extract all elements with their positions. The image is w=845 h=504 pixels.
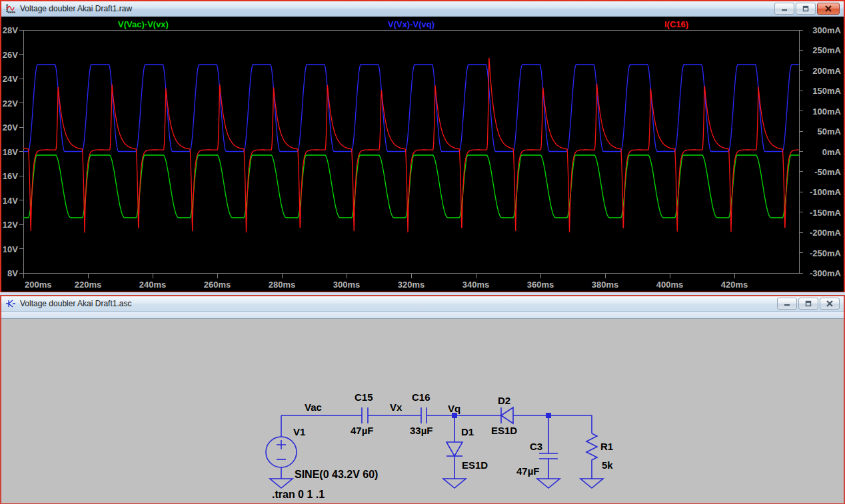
x-tick-label: 220ms (75, 280, 101, 290)
diode-d1[interactable] (446, 442, 462, 456)
y-left-tick-label: 12V (3, 220, 18, 230)
label-c3-value: 47µF (516, 465, 540, 477)
window-title: Voltage doubler Akai Draft1.asc (20, 299, 131, 308)
restore-icon (802, 5, 810, 12)
x-tick-label: 240ms (139, 280, 166, 290)
schematic-titlebar[interactable]: Voltage doubler Akai Draft1.asc (1, 296, 844, 312)
schematic-window: Voltage doubler Akai Draft1.asc VacV1SIN… (0, 295, 845, 504)
minimize-button[interactable] (774, 3, 794, 15)
close-button[interactable] (820, 298, 840, 310)
legend-label: V(Vac)-V(vx) (118, 19, 169, 29)
minimize-icon (780, 5, 788, 12)
y-left-tick-label: 18V (3, 147, 18, 157)
y-right-tick-label: 0mA (822, 147, 842, 157)
minimize-icon (783, 300, 791, 307)
close-icon (826, 300, 834, 307)
schematic-body: VacV1SINE(0 43.2V 60).tran 0 1 .1C1547µF… (1, 319, 844, 503)
label-d2-value: ES1D (491, 425, 517, 436)
ground-v1[interactable] (270, 479, 293, 488)
v1-plus-sign (277, 440, 286, 449)
y-right-tick-label: -200mA (810, 228, 842, 238)
label-v1-value: SINE(0 43.2V 60) (295, 469, 378, 480)
x-tick-label: 360ms (527, 280, 554, 290)
y-right-tick-label: 100mA (812, 107, 841, 117)
y-right-tick-label: 150mA (812, 86, 841, 96)
restore-button[interactable] (796, 3, 816, 15)
x-tick-label: 420ms (721, 280, 748, 290)
y-right-tick-label: 250mA (812, 45, 841, 55)
x-tick-label: 200ms (25, 280, 51, 290)
desktop: { "windows": { "plot": { "title": "Volta… (0, 0, 845, 504)
ground-r1[interactable] (580, 479, 603, 488)
y-right-tick-label: 200mA (812, 66, 841, 76)
y-right-tick-label: -300mA (810, 268, 842, 278)
y-left-tick-label: 16V (3, 171, 18, 181)
waveform-titlebar[interactable]: Voltage doubler Akai Draft1.raw (1, 1, 844, 17)
legend-label: I(C16) (664, 19, 688, 29)
label-d1-name: D1 (461, 426, 474, 437)
ground-c3[interactable] (537, 479, 560, 488)
label-c15-name: C15 (355, 391, 373, 403)
trace-i-c16 (23, 58, 799, 233)
ground-d1[interactable] (443, 479, 466, 488)
schematic-icon (5, 298, 16, 309)
restore-button[interactable] (798, 298, 818, 310)
label-r1-value: 5k (602, 459, 613, 471)
y-left-tick-label: 20V (3, 123, 18, 132)
label-d1-value: ES1D (462, 459, 488, 471)
close-button[interactable] (817, 3, 840, 15)
capacitor-c16[interactable] (421, 407, 426, 423)
y-right-tick-label: -250mA (810, 248, 842, 258)
y-left-tick-label: 24V (3, 74, 18, 84)
x-tick-label: 320ms (398, 280, 424, 290)
x-tick-label: 400ms (656, 280, 683, 290)
y-left-tick-label: 26V (3, 50, 18, 60)
x-tick-label: 340ms (462, 280, 489, 290)
x-tick-label: 380ms (592, 280, 618, 290)
y-left-tick-label: 8V (7, 268, 18, 278)
capacitor-c15[interactable] (362, 407, 368, 423)
diode-d2[interactable] (501, 407, 513, 423)
resistor-r1[interactable] (586, 433, 597, 463)
y-left-tick-label: 22V (3, 99, 18, 109)
legend-label: V(Vx)-V(vq) (388, 19, 434, 29)
y-right-tick-label: -100mA (810, 187, 842, 197)
restore-icon (804, 300, 812, 307)
y-left-tick-label: 14V (3, 196, 18, 206)
x-tick-label: 280ms (269, 280, 295, 290)
net-label-vq: Vq (448, 403, 460, 414)
wire-to-r1[interactable] (548, 415, 592, 433)
y-left-tick-label: 28V (3, 25, 18, 35)
waveform-window: Voltage doubler Akai Draft1.raw V(Vac)-V… (0, 0, 845, 292)
schematic-frame-strip (1, 312, 844, 319)
label-c15-value: 47µF (351, 425, 374, 436)
plot-border (23, 30, 799, 273)
label-d2-name: D2 (498, 395, 510, 406)
net-label-vac: Vac (305, 401, 322, 413)
y-right-tick-label: 50mA (818, 126, 842, 136)
close-icon (824, 5, 832, 12)
capacitor-c3[interactable] (539, 453, 558, 459)
label-v1-name: V1 (293, 426, 305, 437)
label-r1-name: R1 (600, 441, 613, 452)
spice-directive: .tran 0 1 .1 (272, 489, 325, 500)
y-right-tick-label: -150mA (810, 208, 842, 218)
label-c16-name: C16 (412, 391, 430, 403)
label-c16-value: 33µF (410, 425, 433, 436)
x-tick-label: 260ms (204, 280, 231, 290)
x-tick-label: 300ms (333, 280, 360, 290)
waveform-chart-icon (5, 3, 16, 14)
net-label-vx: Vx (390, 401, 403, 413)
trace-v-vx-vq (23, 65, 799, 152)
plot-body: V(Vac)-V(vx)V(Vx)-V(vq)I(C16)28V26V24V22… (1, 17, 844, 292)
y-right-tick-label: 300mA (812, 25, 841, 35)
window-title: Voltage doubler Akai Draft1.raw (20, 4, 132, 13)
y-left-tick-label: 10V (3, 244, 18, 254)
schematic-canvas[interactable]: VacV1SINE(0 43.2V 60).tran 0 1 .1C1547µF… (1, 319, 844, 503)
minimize-button[interactable] (777, 298, 797, 310)
y-right-tick-label: -50mA (814, 167, 841, 177)
label-c3-name: C3 (530, 441, 542, 452)
waveform-plot-canvas[interactable]: V(Vac)-V(vx)V(Vx)-V(vq)I(C16)28V26V24V22… (1, 17, 844, 292)
